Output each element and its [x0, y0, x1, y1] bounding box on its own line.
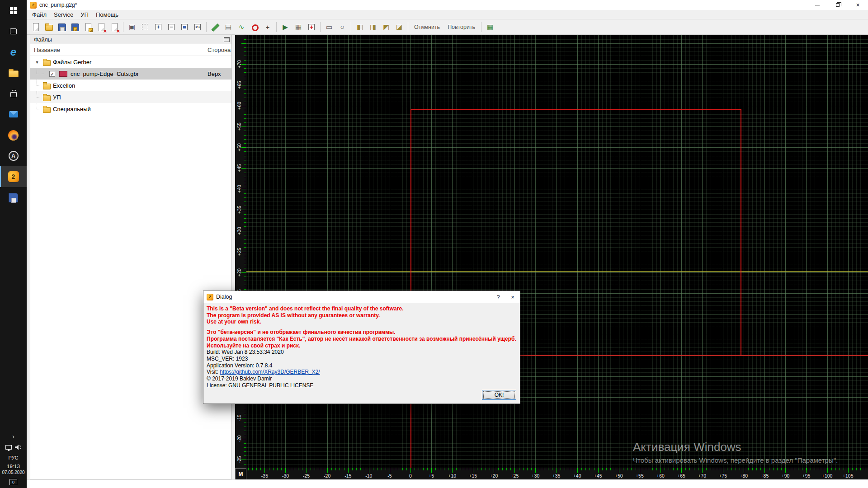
h-ruler-label: +65 — [677, 473, 685, 479]
union-button[interactable]: ◧ — [354, 21, 366, 33]
show-hidden-icons-button[interactable]: › — [12, 432, 14, 441]
v-ruler-label: +20 — [235, 267, 244, 277]
action-center-icon[interactable]: 8 — [9, 479, 17, 485]
tree-row-3[interactable]: УП — [30, 91, 231, 103]
menu-item-1[interactable]: Service — [50, 10, 77, 19]
menu-item-2[interactable]: УП — [77, 10, 92, 19]
files-panel-title: Файлы — [34, 37, 52, 43]
dialog-close-button[interactable]: × — [505, 291, 520, 303]
origin-button[interactable]: + — [261, 21, 274, 33]
h-ruler-label: +90 — [782, 473, 790, 479]
taskbar-floppy-app[interactable] — [0, 187, 27, 208]
toolbar-separator — [481, 22, 481, 32]
edit-file-icon — [84, 23, 92, 31]
drill-button[interactable] — [248, 21, 261, 33]
menu-item-3[interactable]: Помощь — [92, 10, 122, 19]
layer-checkbox[interactable]: ✓ — [49, 71, 55, 77]
close-all-button[interactable] — [108, 21, 121, 33]
circle-tool-button[interactable]: ○ — [336, 21, 349, 33]
expander-icon[interactable]: ▾ — [34, 60, 40, 65]
taskbar-app-a[interactable]: A — [0, 145, 27, 166]
taskbar-firefox[interactable] — [0, 125, 27, 145]
tree-row-4[interactable]: Специальный — [30, 103, 231, 115]
edit-file-button[interactable] — [82, 21, 94, 33]
dialog-help-button[interactable]: ? — [491, 291, 505, 303]
cascade-view-button[interactable]: ▣ — [126, 21, 138, 33]
pin-table-button[interactable]: ▦ — [484, 21, 496, 33]
windows-activation-hint: Чтобы активировать Windows, перейдите в … — [633, 456, 838, 464]
rect-tool-button[interactable]: ▭ — [323, 21, 335, 33]
file-properties-button[interactable]: ▤ — [222, 21, 235, 33]
language-indicator[interactable]: РУС — [8, 453, 18, 462]
tree-header[interactable]: Название Сторона — [30, 44, 231, 56]
difference-button[interactable]: ◩ — [380, 21, 392, 33]
h-ruler-label: +30 — [532, 473, 540, 479]
circle-tool-icon: ○ — [338, 23, 346, 31]
new-file-button[interactable] — [29, 21, 42, 33]
clock[interactable]: 19:13 07.05.2020 — [2, 463, 24, 476]
h-ruler-track: -35-30-25-20-15-10-50+5+10+15+20+25+30+3… — [246, 468, 868, 479]
dialog-titlebar[interactable]: 2 Dialog ? × — [203, 291, 520, 303]
layer-color-swatch[interactable] — [59, 71, 67, 77]
run-gcode-button[interactable]: ▶ — [279, 21, 292, 33]
tool-table-icon: ▦ — [294, 23, 302, 31]
undo-button[interactable]: Отменить — [410, 21, 443, 33]
tree-label: cnc_pump-Edge_Cuts.gbr — [71, 70, 139, 77]
close-file-button[interactable] — [95, 21, 108, 33]
zoom-in-button[interactable] — [152, 21, 165, 33]
rect-tool-icon: ▭ — [325, 23, 333, 31]
title-bar[interactable]: 2 cnc_pump.g2g* × — [27, 0, 868, 10]
tree-row-0[interactable]: ▾Файлы Gerber — [30, 56, 231, 68]
save-button[interactable] — [56, 21, 68, 33]
taskbar-task-view[interactable] — [0, 21, 27, 42]
intersection-button[interactable]: ◨ — [367, 21, 379, 33]
float-panel-button[interactable] — [224, 37, 230, 42]
h-ruler-label: +40 — [573, 473, 581, 479]
tree-label: Специальный — [53, 106, 91, 113]
github-link[interactable]: https://github.com/XRay3D/GERBER_X2/ — [220, 369, 320, 375]
panel-splitter[interactable] — [232, 35, 235, 479]
taskbar-store[interactable] — [0, 83, 27, 104]
h-ruler-label: +25 — [510, 473, 519, 479]
speaker-icon[interactable] — [15, 445, 21, 450]
open-file-button[interactable] — [42, 21, 55, 33]
zoom-selected-button[interactable] — [178, 21, 191, 33]
h-ruler-label: +80 — [740, 473, 748, 479]
minimize-button[interactable] — [807, 0, 827, 10]
tree-row-2[interactable]: Excellon — [30, 80, 231, 91]
exclusion-button[interactable]: ◪ — [393, 21, 406, 33]
ok-button[interactable]: OK! — [482, 390, 516, 400]
close-button[interactable]: × — [848, 0, 868, 10]
measure-button[interactable] — [209, 21, 222, 33]
edge-icon: e — [10, 47, 16, 57]
taskbar-gerber-x2[interactable]: 2 — [0, 166, 27, 187]
tree-row-1[interactable]: ✓cnc_pump-Edge_Cuts.gbrВерх — [30, 68, 231, 80]
v-ruler-label: -25 — [235, 455, 244, 465]
thermal-button[interactable]: ∿ — [235, 21, 248, 33]
zoom-out-button[interactable] — [165, 21, 178, 33]
h-ruler-label: +70 — [698, 473, 706, 479]
restore-button[interactable] — [827, 0, 848, 10]
taskbar-mail[interactable] — [0, 104, 27, 125]
tree-label: Excellon — [53, 82, 75, 89]
v-ruler-label: +45 — [235, 163, 244, 173]
v-ruler-label: +50 — [235, 142, 244, 152]
redo-button[interactable]: Повторить — [444, 21, 479, 33]
units-toggle[interactable]: M — [235, 468, 246, 479]
zoom-fit-button[interactable] — [139, 21, 151, 33]
time-label: 19:13 — [2, 463, 24, 469]
save-as-button[interactable] — [69, 21, 81, 33]
branch-line — [34, 68, 45, 80]
files-panel-titlebar[interactable]: Файлы — [30, 35, 231, 44]
tool-table-button[interactable]: ▦ — [292, 21, 305, 33]
taskbar-start[interactable] — [0, 0, 27, 21]
zoom-selected-icon — [180, 23, 189, 31]
zoom-100-button[interactable] — [191, 21, 204, 33]
network-icon[interactable] — [5, 445, 12, 450]
taskbar-file-explorer[interactable] — [0, 62, 27, 83]
target-button[interactable] — [305, 21, 318, 33]
menu-item-0[interactable]: Файл — [28, 10, 50, 19]
taskbar-edge[interactable]: e — [0, 42, 27, 62]
h-ruler-label: +35 — [552, 473, 561, 479]
file-explorer-icon — [9, 70, 19, 77]
